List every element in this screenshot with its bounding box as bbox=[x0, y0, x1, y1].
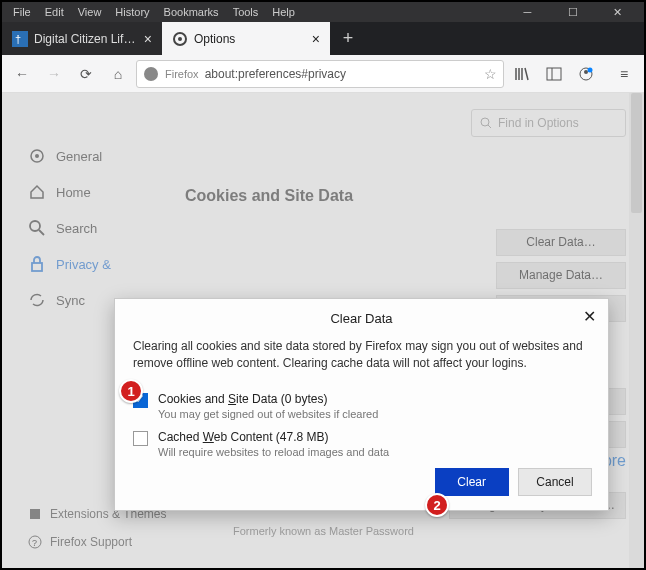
gear-icon bbox=[172, 31, 188, 47]
forward-button: → bbox=[40, 60, 68, 88]
dialog-title: Clear Data bbox=[330, 311, 392, 326]
svg-rect-5 bbox=[547, 68, 561, 80]
menu-edit[interactable]: Edit bbox=[38, 4, 71, 20]
dialog-body-text: Clearing all cookies and site data store… bbox=[131, 334, 592, 382]
menubar: File Edit View History Bookmarks Tools H… bbox=[2, 2, 644, 22]
tab-label: Digital Citizen Life in a digital w bbox=[34, 32, 138, 46]
svg-text:†: † bbox=[15, 33, 21, 45]
svg-point-3 bbox=[178, 37, 182, 41]
menu-help[interactable]: Help bbox=[265, 4, 302, 20]
tab-close-icon[interactable]: × bbox=[144, 31, 152, 47]
clear-button[interactable]: Clear bbox=[435, 468, 509, 496]
menu-file[interactable]: File bbox=[6, 4, 38, 20]
svg-point-4 bbox=[144, 67, 158, 81]
option-desc: Will require websites to reload images a… bbox=[158, 446, 389, 458]
bookmark-star-icon[interactable]: ☆ bbox=[484, 66, 497, 82]
account-icon[interactable] bbox=[572, 60, 600, 88]
urlbar-source-label: Firefox bbox=[165, 68, 199, 80]
firefox-window: File Edit View History Bookmarks Tools H… bbox=[2, 2, 644, 568]
clear-data-dialog: Clear Data ✕ Clearing all cookies and si… bbox=[114, 298, 609, 511]
back-button[interactable]: ← bbox=[8, 60, 36, 88]
urlbar-url: about:preferences#privacy bbox=[205, 67, 478, 81]
home-button[interactable]: ⌂ bbox=[104, 60, 132, 88]
tab-options[interactable]: Options × bbox=[162, 22, 330, 55]
menu-bookmarks[interactable]: Bookmarks bbox=[157, 4, 226, 20]
option-title: Cookies and Site Data (0 bytes) bbox=[158, 392, 378, 406]
firefox-icon bbox=[143, 66, 159, 82]
option-cached-web-content[interactable]: Cached Web Content (47.8 MB) Will requir… bbox=[133, 430, 590, 458]
cancel-button[interactable]: Cancel bbox=[518, 468, 592, 496]
tab-digital-citizen[interactable]: † Digital Citizen Life in a digital w × bbox=[2, 22, 162, 55]
close-window-button[interactable]: ✕ bbox=[595, 2, 640, 22]
annotation-badge-2: 2 bbox=[425, 493, 449, 517]
hamburger-menu-icon[interactable]: ≡ bbox=[610, 60, 638, 88]
nav-toolbar: ← → ⟳ ⌂ Firefox about:preferences#privac… bbox=[2, 55, 644, 93]
menu-history[interactable]: History bbox=[108, 4, 156, 20]
tab-label: Options bbox=[194, 32, 306, 46]
tabstrip: † Digital Citizen Life in a digital w × … bbox=[2, 22, 644, 55]
menu-tools[interactable]: Tools bbox=[226, 4, 266, 20]
content-area: General Home Search Privacy & Sync bbox=[2, 93, 644, 568]
svg-point-8 bbox=[584, 70, 588, 74]
menu-view[interactable]: View bbox=[71, 4, 109, 20]
sidebar-icon[interactable] bbox=[540, 60, 568, 88]
url-bar[interactable]: Firefox about:preferences#privacy ☆ bbox=[136, 60, 504, 88]
maximize-button[interactable]: ☐ bbox=[550, 2, 595, 22]
cache-checkbox[interactable] bbox=[133, 431, 148, 446]
option-desc: You may get signed out of websites if cl… bbox=[158, 408, 378, 420]
minimize-button[interactable]: ─ bbox=[505, 2, 550, 22]
site-favicon-icon: † bbox=[12, 31, 28, 47]
new-tab-button[interactable]: + bbox=[330, 22, 366, 55]
annotation-badge-1: 1 bbox=[119, 379, 143, 403]
tab-close-icon[interactable]: × bbox=[312, 31, 320, 47]
option-cookies-site-data[interactable]: Cookies and Site Data (0 bytes) You may … bbox=[133, 392, 590, 420]
svg-point-9 bbox=[588, 67, 593, 72]
reload-button[interactable]: ⟳ bbox=[72, 60, 100, 88]
library-icon[interactable] bbox=[508, 60, 536, 88]
dialog-close-button[interactable]: ✕ bbox=[583, 307, 596, 326]
option-title: Cached Web Content (47.8 MB) bbox=[158, 430, 389, 444]
